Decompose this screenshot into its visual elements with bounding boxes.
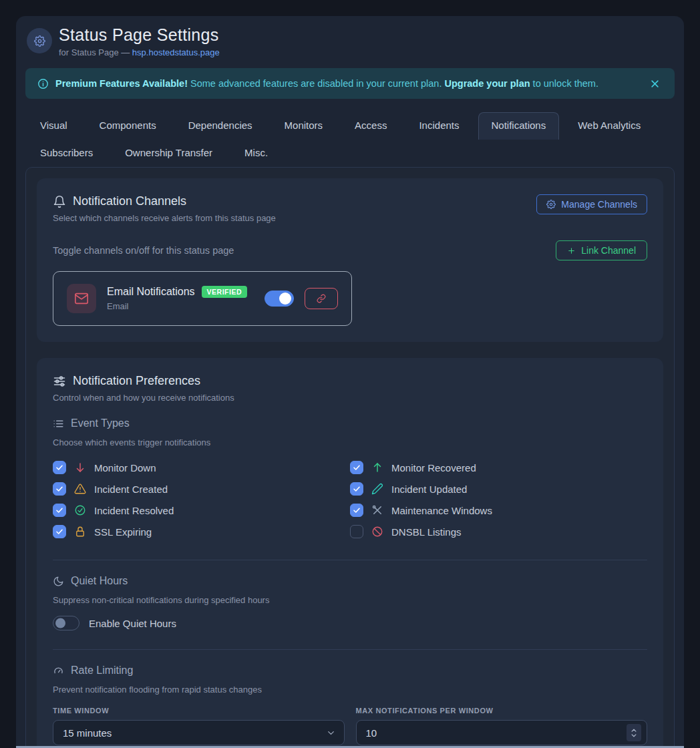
event-label: Incident Resolved (94, 505, 174, 516)
tools-icon (371, 504, 383, 516)
rate-limiting-heading: Rate Limiting (53, 665, 647, 677)
event-types-subtitle: Choose which events trigger notification… (53, 437, 647, 447)
checkbox[interactable] (53, 461, 66, 474)
toggle-channels-hint: Toggle channels on/off for this status p… (53, 245, 234, 256)
tab-dependencies[interactable]: Dependencies (175, 112, 266, 140)
event-label: Incident Created (94, 484, 168, 495)
event-label: Monitor Recovered (391, 462, 476, 474)
toggle-knob (55, 618, 65, 628)
event-types-grid: Monitor Down Monitor Recovered Incident … (53, 457, 647, 542)
number-stepper[interactable] (627, 724, 641, 741)
event-label: Incident Updated (391, 484, 467, 495)
tab-monitors[interactable]: Monitors (271, 112, 337, 140)
time-window-value: 15 minutes (63, 727, 326, 739)
arrow-up-icon (371, 461, 383, 474)
plus-icon (567, 246, 576, 255)
event-types-title: Event Types (71, 417, 130, 429)
link-channel-label: Link Channel (581, 245, 636, 256)
banner-title: Premium Features Available! (55, 78, 188, 89)
settings-tabs: Visual Components Dependencies Monitors … (27, 112, 673, 167)
event-row-incident-resolved[interactable]: Incident Resolved (53, 500, 350, 521)
tab-misc[interactable]: Misc. (231, 140, 281, 167)
chevron-down-icon (326, 728, 336, 738)
banner-body: Some advanced features are disabled in y… (188, 78, 444, 89)
arrow-down-icon (74, 461, 86, 474)
manage-channels-label: Manage Channels (561, 199, 637, 210)
quiet-hours-toggle-label: Enable Quiet Hours (89, 618, 176, 629)
event-label: Maintenance Windows (391, 505, 492, 516)
checkbox[interactable] (53, 504, 66, 517)
bell-icon (53, 195, 66, 208)
checkbox[interactable] (53, 525, 66, 538)
divider (53, 560, 647, 560)
event-row-monitor-down[interactable]: Monitor Down (53, 457, 350, 478)
quiet-hours-title: Quiet Hours (71, 575, 128, 587)
event-types-heading: Event Types (53, 417, 647, 429)
channels-title: Notification Channels (73, 194, 186, 208)
divider (53, 649, 647, 650)
rate-limiting-subtitle: Prevent notification flooding from rapid… (53, 685, 647, 695)
channels-subtitle: Select which channels receive alerts fro… (53, 213, 276, 223)
chevron-down-icon (631, 733, 637, 738)
tab-visual[interactable]: Visual (27, 112, 81, 140)
page-title: Status Page Settings (59, 25, 220, 45)
banner-text: Premium Features Available! Some advance… (55, 78, 641, 89)
moon-icon (53, 576, 64, 587)
checkbox[interactable] (350, 525, 363, 538)
channel-type: Email (107, 301, 254, 311)
event-row-dnsbl-listings[interactable]: DNSBL Listings (350, 521, 647, 542)
verified-badge: VERIFIED (202, 286, 247, 298)
chevron-up-icon (631, 728, 637, 733)
notification-channels-card: Notification Channels Select which chann… (37, 178, 663, 342)
list-icon (53, 418, 64, 429)
quiet-hours-toggle[interactable] (53, 616, 79, 630)
event-label: SSL Expiring (94, 526, 152, 538)
checkbox[interactable] (53, 482, 66, 496)
gauge-icon (53, 665, 64, 677)
upgrade-plan-link[interactable]: Upgrade your plan (444, 78, 530, 89)
chain-link-icon (317, 294, 326, 303)
tab-components[interactable]: Components (86, 112, 170, 140)
event-label: DNSBL Listings (391, 526, 462, 538)
event-row-monitor-recovered[interactable]: Monitor Recovered (350, 457, 647, 478)
gear-icon (27, 28, 52, 53)
status-page-link[interactable]: hsp.hostedstatus.page (132, 47, 220, 57)
event-row-incident-created[interactable]: Incident Created (53, 478, 350, 500)
unlink-channel-button[interactable] (305, 288, 338, 309)
manage-channels-button[interactable]: Manage Channels (536, 194, 647, 214)
rate-limiting-fields: TIME WINDOW 15 minutes MAX NOTIFICATIONS… (53, 707, 647, 745)
max-notifications-label: MAX NOTIFICATIONS PER WINDOW (356, 707, 648, 715)
email-channel-card: Email Notifications VERIFIED Email (53, 271, 352, 326)
time-window-select[interactable]: 15 minutes (53, 720, 345, 745)
tab-subscribers[interactable]: Subscribers (27, 140, 106, 167)
close-icon[interactable] (647, 76, 663, 91)
checkbox[interactable] (350, 482, 363, 496)
mail-icon (67, 284, 96, 313)
max-notifications-field (356, 720, 648, 745)
tab-notifications[interactable]: Notifications (478, 112, 560, 140)
settings-page: Status Page Settings for Status Page — h… (16, 16, 684, 748)
channels-heading: Notification Channels (53, 194, 276, 208)
max-notifications-input[interactable] (366, 727, 627, 739)
gear-icon (546, 200, 556, 209)
channel-name: Email Notifications (107, 286, 195, 298)
preferences-title: Notification Preferences (73, 374, 200, 388)
event-row-incident-updated[interactable]: Incident Updated (350, 478, 647, 500)
quiet-hours-heading: Quiet Hours (53, 575, 647, 587)
checkbox[interactable] (350, 504, 363, 517)
event-row-ssl-expiring[interactable]: SSL Expiring (53, 521, 350, 542)
checkbox[interactable] (350, 461, 363, 474)
time-window-label: TIME WINDOW (53, 707, 345, 715)
preferences-heading: Notification Preferences (53, 374, 647, 388)
lock-icon (74, 526, 86, 538)
event-row-maintenance-windows[interactable]: Maintenance Windows (350, 500, 647, 521)
tab-ownership-transfer[interactable]: Ownership Transfer (112, 140, 226, 167)
tab-incidents[interactable]: Incidents (405, 112, 472, 140)
tab-access[interactable]: Access (341, 112, 400, 140)
link-channel-button[interactable]: Link Channel (556, 240, 647, 260)
email-channel-toggle[interactable] (265, 291, 294, 307)
banner-suffix: to unlock them. (530, 78, 598, 89)
info-icon (37, 78, 49, 89)
tab-web-analytics[interactable]: Web Analytics (564, 112, 654, 140)
sliders-icon (53, 375, 66, 388)
